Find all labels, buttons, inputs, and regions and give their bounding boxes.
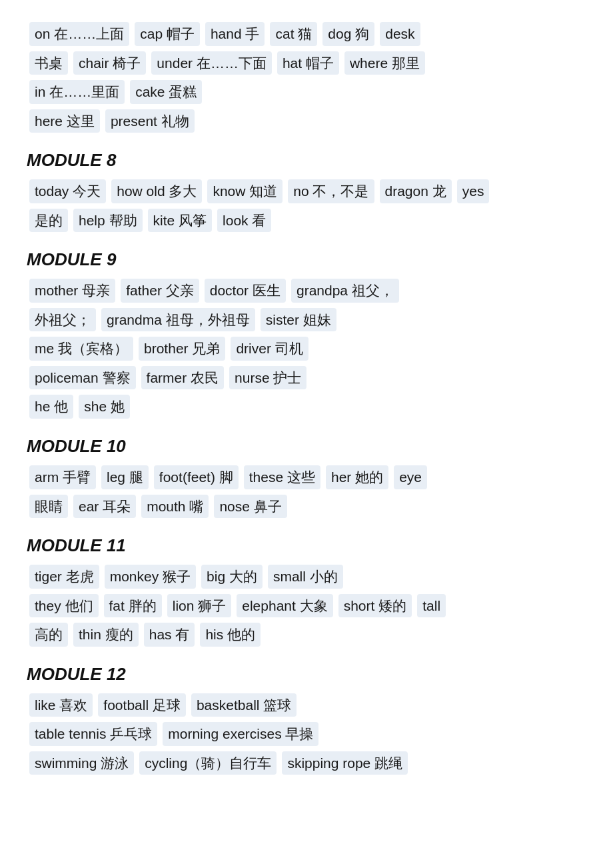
word-chip: desk bbox=[380, 22, 420, 46]
word-chip: brother 兄弟 bbox=[139, 337, 225, 361]
word-line-module10-1: 眼睛ear 耳朵mouth 嘴nose 鼻子 bbox=[27, 493, 586, 521]
word-chip: he 他 bbox=[29, 395, 73, 419]
word-chip: short 矮的 bbox=[338, 594, 412, 618]
word-chip: arm 手臂 bbox=[29, 465, 96, 489]
word-line-intro-2: in 在……里面cake 蛋糕 bbox=[27, 78, 586, 106]
word-line-module8-1: 是的help 帮助kite 风筝look 看 bbox=[27, 207, 586, 235]
word-chip: help 帮助 bbox=[73, 209, 143, 233]
word-chip: grandma 祖母，外祖母 bbox=[101, 308, 255, 332]
word-chip: cake 蛋糕 bbox=[130, 80, 202, 104]
word-chip: 书桌 bbox=[29, 51, 68, 75]
word-chip: nose 鼻子 bbox=[214, 495, 287, 519]
word-line-module12-2: swimming 游泳cycling（骑）自行车skipping rope 跳绳 bbox=[27, 749, 586, 777]
word-chip: fat 胖的 bbox=[104, 594, 162, 618]
word-line-intro-0: on 在……上面cap 帽子hand 手cat 猫dog 狗desk bbox=[27, 20, 586, 48]
word-chip: dragon 龙 bbox=[380, 179, 452, 203]
word-chip: mouth 嘴 bbox=[141, 495, 209, 519]
word-chip: farmer 农民 bbox=[141, 366, 225, 390]
word-chip: football 足球 bbox=[98, 693, 186, 717]
word-chip: tiger 老虎 bbox=[29, 565, 99, 589]
module-module11: MODULE 11tiger 老虎monkey 猴子big 大的small 小的… bbox=[27, 531, 586, 649]
word-chip: policeman 警察 bbox=[29, 366, 136, 390]
word-chip: 是的 bbox=[29, 209, 68, 233]
word-line-module11-2: 高的thin 瘦的has 有his 他的 bbox=[27, 621, 586, 649]
word-chip: know 知道 bbox=[207, 179, 283, 203]
word-line-module12-1: table tennis 乒乓球morning exercises 早操 bbox=[27, 720, 586, 748]
heading-module12: MODULE 12 bbox=[27, 659, 586, 689]
word-line-intro-1: 书桌chair 椅子under 在……下面hat 帽子where 那里 bbox=[27, 49, 586, 77]
word-line-module12-0: like 喜欢football 足球basketball 篮球 bbox=[27, 691, 586, 719]
word-chip: me 我（宾格） bbox=[29, 337, 133, 361]
heading-module8: MODULE 8 bbox=[27, 145, 586, 175]
word-chip: small 小的 bbox=[268, 565, 343, 589]
word-chip: tall bbox=[417, 594, 446, 618]
word-line-module11-0: tiger 老虎monkey 猴子big 大的small 小的 bbox=[27, 563, 586, 591]
module-module10: MODULE 10arm 手臂leg 腿foot(feet) 脚these 这些… bbox=[27, 431, 586, 520]
word-chip: look 看 bbox=[217, 209, 271, 233]
word-line-module11-1: they 他们fat 胖的lion 狮子elephant 大象short 矮的t… bbox=[27, 592, 586, 620]
word-chip: here 这里 bbox=[29, 109, 100, 133]
word-chip: big 大的 bbox=[201, 565, 263, 589]
word-line-module9-2: me 我（宾格）brother 兄弟driver 司机 bbox=[27, 335, 586, 363]
word-chip: elephant 大象 bbox=[237, 594, 332, 618]
word-line-module9-4: he 他she 她 bbox=[27, 393, 586, 421]
word-chip: sister 姐妹 bbox=[261, 308, 336, 332]
word-line-module10-0: arm 手臂leg 腿foot(feet) 脚these 这些her 她的eye bbox=[27, 463, 586, 491]
word-chip: monkey 猴子 bbox=[105, 565, 196, 589]
word-chip: mother 母亲 bbox=[29, 279, 115, 303]
word-chip: hat 帽子 bbox=[277, 51, 339, 75]
word-chip: cap 帽子 bbox=[135, 22, 200, 46]
word-chip: chair 椅子 bbox=[73, 51, 146, 75]
word-chip: where 那里 bbox=[344, 51, 425, 75]
word-chip: ear 耳朵 bbox=[73, 495, 136, 519]
heading-module9: MODULE 9 bbox=[27, 245, 586, 274]
word-chip: dog 狗 bbox=[322, 22, 374, 46]
word-chip: 高的 bbox=[29, 623, 68, 647]
word-chip: eye bbox=[394, 465, 427, 489]
word-chip: kite 风筝 bbox=[148, 209, 213, 233]
word-chip: in 在……里面 bbox=[29, 80, 125, 104]
word-line-module9-0: mother 母亲father 父亲doctor 医生grandpa 祖父， bbox=[27, 277, 586, 305]
word-chip: how old 多大 bbox=[111, 179, 202, 203]
word-chip: she 她 bbox=[79, 395, 130, 419]
word-chip: his 他的 bbox=[200, 623, 261, 647]
word-chip: lion 狮子 bbox=[167, 594, 232, 618]
word-chip: these 这些 bbox=[244, 465, 320, 489]
word-line-module9-3: policeman 警察farmer 农民nurse 护士 bbox=[27, 364, 586, 392]
word-chip: leg 腿 bbox=[101, 465, 149, 489]
word-chip: thin 瘦的 bbox=[73, 623, 139, 647]
word-chip: yes bbox=[457, 179, 490, 203]
word-chip: has 有 bbox=[144, 623, 195, 647]
module-intro: on 在……上面cap 帽子hand 手cat 猫dog 狗desk书桌chai… bbox=[27, 20, 586, 135]
word-chip: 眼睛 bbox=[29, 495, 68, 519]
word-chip: they 他们 bbox=[29, 594, 99, 618]
word-chip: cycling（骑）自行车 bbox=[139, 751, 277, 775]
word-chip: foot(feet) 脚 bbox=[154, 465, 239, 489]
word-chip: on 在……上面 bbox=[29, 22, 129, 46]
word-chip: skipping rope 跳绳 bbox=[282, 751, 408, 775]
word-chip: table tennis 乒乓球 bbox=[29, 722, 157, 746]
heading-module10: MODULE 10 bbox=[27, 431, 586, 461]
word-line-intro-3: here 这里present 礼物 bbox=[27, 107, 586, 135]
word-chip: swimming 游泳 bbox=[29, 751, 134, 775]
module-module9: MODULE 9mother 母亲father 父亲doctor 医生grand… bbox=[27, 245, 586, 421]
word-chip: basketball 篮球 bbox=[191, 693, 297, 717]
module-module12: MODULE 12like 喜欢football 足球basketball 篮球… bbox=[27, 659, 586, 777]
heading-module11: MODULE 11 bbox=[27, 531, 586, 560]
word-chip: under 在……下面 bbox=[151, 51, 272, 75]
module-module8: MODULE 8today 今天how old 多大know 知道no 不，不是… bbox=[27, 145, 586, 234]
word-chip: 外祖父； bbox=[29, 308, 96, 332]
word-chip: driver 司机 bbox=[231, 337, 308, 361]
word-chip: doctor 医生 bbox=[205, 279, 286, 303]
word-chip: today 今天 bbox=[29, 179, 106, 203]
word-line-module8-0: today 今天how old 多大know 知道no 不，不是dragon 龙… bbox=[27, 177, 586, 205]
word-chip: like 喜欢 bbox=[29, 693, 93, 717]
word-chip: grandpa 祖父， bbox=[291, 279, 399, 303]
word-chip: hand 手 bbox=[205, 22, 265, 46]
main-content: on 在……上面cap 帽子hand 手cat 猫dog 狗desk书桌chai… bbox=[27, 20, 586, 777]
word-chip: father 父亲 bbox=[121, 279, 199, 303]
word-chip: present 礼物 bbox=[105, 109, 195, 133]
word-chip: cat 猫 bbox=[270, 22, 317, 46]
word-chip: morning exercises 早操 bbox=[163, 722, 318, 746]
word-line-module9-1: 外祖父；grandma 祖母，外祖母sister 姐妹 bbox=[27, 306, 586, 334]
